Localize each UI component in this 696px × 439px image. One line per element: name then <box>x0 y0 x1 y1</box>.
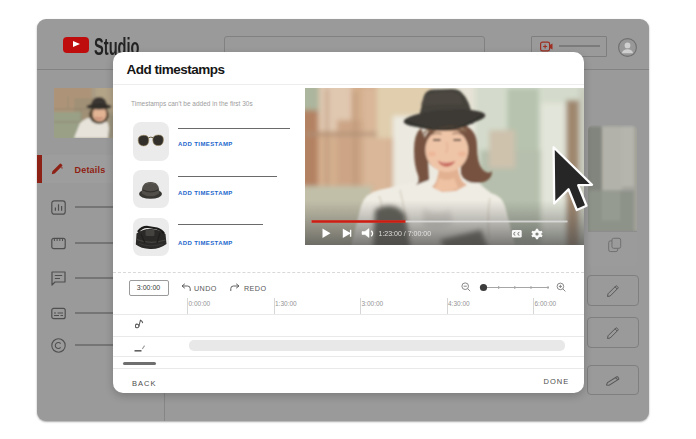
svg-text:1:23:00 / 7:00:00: 1:23:00 / 7:00:00 <box>378 230 431 237</box>
